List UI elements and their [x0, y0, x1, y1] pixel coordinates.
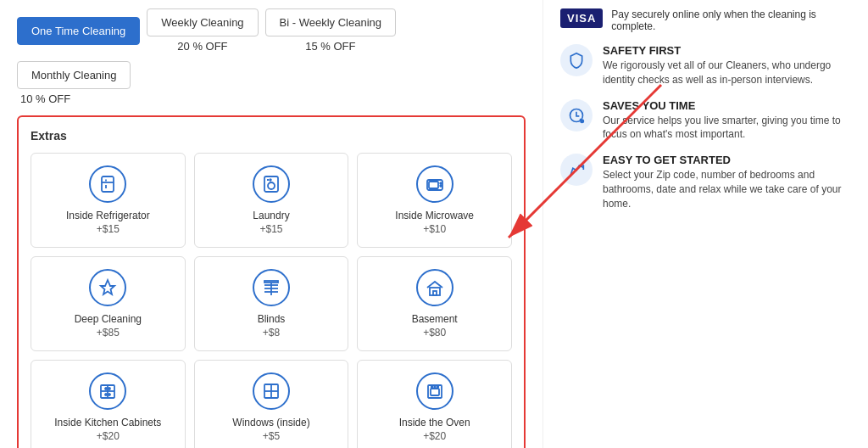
- svg-point-35: [581, 120, 583, 122]
- tab-weekly[interactable]: Weekly Cleaning: [147, 8, 258, 36]
- time-title: SAVES YOU TIME: [603, 99, 851, 112]
- microwave-label: Inside Microwave: [395, 210, 474, 221]
- svg-point-11: [440, 185, 442, 187]
- fridge-price: +$15: [97, 223, 120, 235]
- windows-label: Windows (inside): [232, 417, 309, 428]
- cleaning-tabs: One Time Cleaning Weekly Cleaning 20 % O…: [17, 8, 526, 53]
- start-content: EASY TO GET STARTED Select your Zip code…: [603, 154, 851, 210]
- basement-icon: [416, 269, 453, 306]
- svg-point-22: [105, 388, 107, 389]
- safety-title: SAFETY FIRST: [603, 44, 851, 57]
- fridge-icon: [89, 165, 126, 203]
- bi-weekly-discount: 15 % OFF: [305, 40, 355, 53]
- fridge-label: Inside Refrigerator: [66, 210, 150, 221]
- tab-bi-weekly[interactable]: Bi - Weekly Cleaning: [265, 8, 396, 36]
- extra-microwave[interactable]: Inside Microwave +$10: [357, 153, 512, 248]
- oven-price: +$20: [423, 430, 446, 442]
- extra-fridge[interactable]: Inside Refrigerator +$15: [31, 153, 186, 248]
- laundry-label: Laundry: [253, 210, 289, 221]
- svg-rect-18: [433, 291, 437, 295]
- start-title: EASY TO GET STARTED: [603, 154, 851, 166]
- extra-oven[interactable]: Inside the Oven +$20: [357, 360, 512, 448]
- extra-windows[interactable]: Windows (inside) +$5: [194, 360, 349, 448]
- svg-rect-0: [102, 176, 114, 192]
- extra-cabinets[interactable]: Inside Kitchen Cabinets +$20: [31, 360, 186, 448]
- windows-icon: [253, 372, 290, 410]
- svg-rect-9: [429, 182, 438, 188]
- extra-basement[interactable]: Basement +$80: [357, 256, 512, 351]
- svg-point-5: [268, 182, 275, 189]
- feature-time: SAVES YOU TIME Our service helps you liv…: [560, 99, 851, 143]
- visa-row: VISA Pay securely online only when the c…: [560, 8, 851, 32]
- cabinets-price: +$20: [97, 430, 120, 442]
- tab-one-time[interactable]: One Time Cleaning: [17, 17, 140, 45]
- extra-deep[interactable]: Deep Cleaning +$85: [31, 256, 186, 351]
- right-panel: VISA Pay securely online only when the c…: [542, 0, 868, 448]
- svg-point-7: [270, 179, 271, 181]
- cabinets-icon: [89, 372, 126, 410]
- monthly-discount: 10 % OFF: [20, 92, 70, 105]
- feature-start: EASY TO GET STARTED Select your Zip code…: [560, 154, 851, 210]
- svg-point-10: [440, 182, 442, 184]
- feature-safety: SAFETY FIRST We rigorously vet all of ou…: [560, 44, 851, 87]
- svg-rect-12: [264, 281, 278, 283]
- safety-content: SAFETY FIRST We rigorously vet all of ou…: [603, 44, 851, 87]
- time-icon: [560, 99, 593, 132]
- blinds-label: Blinds: [258, 313, 286, 325]
- svg-point-31: [431, 386, 432, 388]
- basement-label: Basement: [412, 313, 458, 325]
- oven-icon: [416, 372, 453, 410]
- visa-badge: VISA: [560, 8, 603, 28]
- svg-point-32: [434, 386, 436, 388]
- deep-label: Deep Cleaning: [75, 313, 142, 325]
- svg-point-23: [108, 388, 110, 389]
- oven-label: Inside the Oven: [399, 417, 470, 428]
- time-desc: Our service helps you live smarter, givi…: [603, 114, 851, 143]
- windows-price: +$5: [263, 430, 280, 442]
- laundry-price: +$15: [259, 223, 282, 235]
- blinds-price: +$8: [263, 327, 280, 339]
- extras-container: Extras Inside Refrigerator +$15: [17, 115, 526, 448]
- tab-monthly[interactable]: Monthly Cleaning: [17, 61, 131, 89]
- laundry-icon: [253, 165, 290, 203]
- extras-grid: Inside Refrigerator +$15 Laundry +$15: [31, 153, 512, 448]
- deep-cleaning-icon: [89, 269, 126, 306]
- microwave-price: +$10: [423, 223, 446, 235]
- svg-point-24: [105, 394, 107, 395]
- safety-icon: [560, 44, 593, 76]
- blinds-icon: [253, 269, 290, 306]
- start-desc: Select your Zip code, number of bedrooms…: [603, 168, 851, 210]
- weekly-discount: 20 % OFF: [177, 40, 227, 53]
- time-content: SAVES YOU TIME Our service helps you liv…: [603, 99, 851, 143]
- safety-desc: We rigorously vet all of our Cleaners, w…: [603, 59, 851, 87]
- start-icon: [560, 154, 593, 186]
- basement-price: +$80: [423, 327, 446, 339]
- deep-price: +$85: [97, 327, 120, 339]
- svg-point-33: [437, 386, 438, 388]
- cabinets-label: Inside Kitchen Cabinets: [54, 417, 161, 428]
- microwave-icon: [416, 165, 453, 203]
- extras-title: Extras: [31, 129, 512, 143]
- extra-laundry[interactable]: Laundry +$15: [194, 153, 349, 248]
- svg-rect-30: [431, 389, 439, 395]
- extra-blinds[interactable]: Blinds +$8: [194, 256, 349, 351]
- visa-text: Pay securely online only when the cleani…: [611, 8, 851, 32]
- monthly-section: Monthly Cleaning 10 % OFF: [17, 61, 526, 105]
- svg-point-25: [108, 394, 110, 395]
